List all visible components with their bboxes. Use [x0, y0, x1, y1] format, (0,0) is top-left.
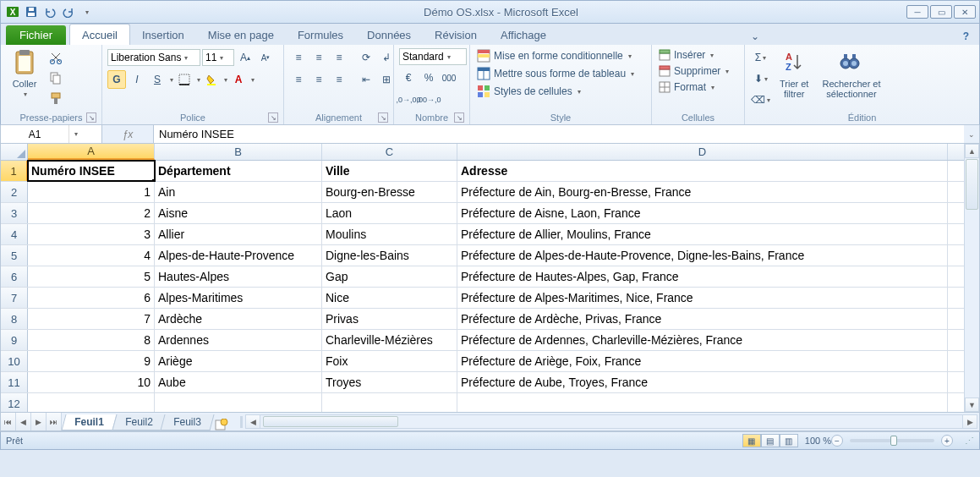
tab-formules[interactable]: Formules [286, 25, 355, 45]
number-format-combo[interactable]: Standard▾ [399, 48, 467, 65]
cell[interactable]: Aisne [155, 203, 322, 223]
cell[interactable]: Privas [322, 309, 457, 329]
zoom-knob[interactable] [890, 436, 897, 446]
cell[interactable]: Laon [322, 203, 457, 223]
row-header[interactable]: 7 [1, 288, 28, 308]
zoom-in-button[interactable]: + [941, 435, 953, 447]
zoom-out-button[interactable]: − [831, 435, 843, 447]
cell[interactable]: Département [155, 161, 322, 181]
column-header-D[interactable]: D [457, 144, 948, 160]
row-header[interactable]: 8 [1, 309, 28, 329]
cell[interactable] [155, 393, 322, 412]
underline-button[interactable]: S [148, 70, 167, 89]
font-name-combo[interactable]: Liberation Sans▾ [107, 49, 200, 66]
cell[interactable]: Nice [322, 288, 457, 308]
cell[interactable]: Préfecture de Hautes-Alpes, Gap, France [457, 266, 948, 287]
cell[interactable] [322, 393, 457, 412]
cell[interactable] [457, 393, 948, 412]
fill-color-icon[interactable] [202, 70, 221, 89]
tab-mise-en-page[interactable]: Mise en page [196, 25, 286, 45]
decrease-decimal-icon[interactable]: ,00→,0 [419, 90, 438, 109]
next-sheet-icon[interactable]: ▶ [31, 413, 47, 430]
cell[interactable]: 4 [28, 245, 155, 266]
qat-customize-icon[interactable]: ▾ [79, 3, 96, 20]
tab-donnees[interactable]: Données [355, 25, 423, 45]
row-header[interactable]: 2 [1, 182, 28, 202]
cell[interactable]: Préfecture de Aube, Troyes, France [457, 372, 948, 392]
fill-icon[interactable]: ⬇ ▾ [750, 69, 771, 88]
wrap-text-icon[interactable]: ↲ [377, 48, 396, 67]
row-header[interactable]: 3 [1, 203, 28, 223]
scroll-thumb[interactable] [966, 159, 978, 210]
row-header[interactable]: 4 [1, 224, 28, 244]
align-left-icon[interactable]: ≡ [289, 70, 308, 89]
align-right-icon[interactable]: ≡ [330, 70, 348, 89]
name-box-input[interactable] [1, 129, 68, 140]
row-header[interactable]: 6 [1, 266, 28, 287]
cell[interactable]: Alpes-de-Haute-Provence [155, 245, 322, 266]
increase-font-icon[interactable]: A▴ [236, 48, 255, 67]
cell[interactable]: Préfecture de Ain, Bourg-en-Bresse, Fran… [457, 182, 948, 202]
cell-styles-button[interactable]: Styles de cellules▾ [475, 84, 583, 99]
expand-formula-bar-icon[interactable]: ⌄ [964, 125, 979, 143]
redo-icon[interactable] [60, 3, 77, 20]
scroll-down-icon[interactable]: ▼ [965, 398, 979, 412]
decrease-indent-icon[interactable]: ⇤ [357, 70, 375, 89]
scroll-right-icon[interactable]: ▶ [962, 415, 977, 428]
excel-icon[interactable]: X [4, 3, 21, 20]
cell[interactable]: Digne-les-Bains [322, 245, 457, 266]
cell[interactable]: Ardèche [155, 309, 322, 329]
insert-cells-button[interactable]: Insérer▾ [657, 48, 715, 62]
name-box[interactable]: ▾ [1, 125, 102, 143]
cell[interactable]: Foix [322, 351, 457, 371]
delete-cells-button[interactable]: Supprimer▾ [657, 64, 731, 78]
percent-icon[interactable]: % [419, 69, 438, 87]
prev-sheet-icon[interactable]: ◀ [16, 413, 31, 430]
currency-icon[interactable]: € [399, 69, 418, 87]
cell[interactable]: Alpes-Maritimes [155, 288, 322, 308]
tab-revision[interactable]: Révision [423, 25, 489, 45]
first-sheet-icon[interactable]: ⏮ [1, 413, 16, 430]
cell[interactable]: Préfecture de Alpes-de-Haute-Provence, D… [457, 245, 948, 266]
cell[interactable]: Ardennes [155, 330, 322, 350]
save-icon[interactable] [23, 3, 40, 20]
row-header[interactable]: 10 [1, 351, 28, 371]
cell[interactable]: Allier [155, 224, 322, 244]
splitter[interactable] [240, 416, 244, 428]
format-painter-icon[interactable] [47, 89, 65, 107]
cell[interactable]: Hautes-Alpes [155, 266, 322, 287]
select-all-corner[interactable] [1, 144, 28, 161]
find-select-button[interactable]: Rechercher et sélectionner [817, 48, 885, 101]
row-header[interactable]: 12 [1, 393, 28, 412]
cell[interactable]: 10 [28, 372, 155, 392]
cell[interactable]: 6 [28, 288, 155, 308]
autosum-icon[interactable]: Σ ▾ [750, 48, 771, 67]
cut-icon[interactable] [47, 48, 65, 67]
scroll-left-icon[interactable]: ◀ [246, 415, 260, 428]
row-header[interactable]: 9 [1, 330, 28, 350]
cell[interactable]: Préfecture de Ardennes, Charleville-Mézi… [457, 330, 948, 350]
clear-icon[interactable]: ⌫ ▾ [750, 90, 771, 109]
zoom-slider[interactable] [850, 439, 934, 442]
orientation-icon[interactable]: ⟳ [357, 48, 375, 67]
font-size-combo[interactable]: 11▾ [202, 49, 234, 66]
dialog-launcher-icon[interactable]: ↘ [86, 112, 96, 123]
formula-input[interactable]: Numéro INSEE [153, 125, 964, 143]
decrease-font-icon[interactable]: A▾ [256, 48, 275, 67]
format-table-button[interactable]: Mettre sous forme de tableau▾ [475, 66, 636, 81]
row-header[interactable]: 11 [1, 372, 28, 392]
view-page-break-icon[interactable]: ▥ [780, 434, 798, 447]
zoom-level[interactable]: 100 % [805, 436, 831, 446]
fx-label[interactable]: ƒx [102, 125, 153, 143]
cell[interactable]: Préfecture de Allier, Moulins, France [457, 224, 948, 244]
cell[interactable]: Ariège [155, 351, 322, 371]
tab-insertion[interactable]: Insertion [130, 25, 196, 45]
bold-button[interactable]: G [107, 70, 126, 89]
row-header[interactable]: 5 [1, 245, 28, 266]
cell[interactable]: Ain [155, 182, 322, 202]
increase-decimal-icon[interactable]: ,0→,00 [399, 90, 418, 109]
row-header[interactable]: 1 [1, 161, 28, 181]
conditional-format-button[interactable]: Mise en forme conditionnelle▾ [475, 48, 633, 63]
view-page-layout-icon[interactable]: ▤ [761, 434, 780, 447]
format-cells-button[interactable]: Format▾ [657, 80, 716, 94]
